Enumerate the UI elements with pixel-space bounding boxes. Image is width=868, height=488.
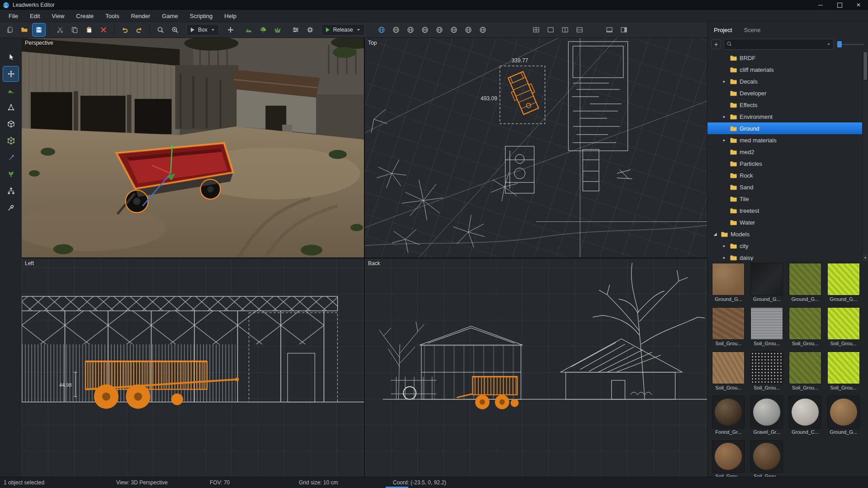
zoom-select-button[interactable]: [169, 23, 181, 36]
open-button[interactable]: [18, 23, 31, 36]
viewport-perspective[interactable]: Perspective: [22, 38, 364, 258]
folder-models[interactable]: ◢Models: [708, 228, 868, 240]
box-tool[interactable]: [3, 117, 19, 131]
shaded-sphere-button-6[interactable]: [448, 23, 460, 36]
slider-thumb[interactable]: [837, 41, 842, 47]
foliage-button[interactable]: [271, 23, 284, 36]
asset-item[interactable]: Gravel_Gr...: [748, 396, 786, 440]
shaded-sphere-button-4[interactable]: [419, 23, 431, 36]
layout-single-button[interactable]: [544, 23, 557, 36]
copy-button[interactable]: [68, 23, 81, 36]
cut-button[interactable]: [54, 23, 66, 36]
shaded-sphere-button-3[interactable]: [404, 23, 417, 36]
menu-item-edit[interactable]: Edit: [24, 10, 46, 22]
undo-button[interactable]: [118, 23, 131, 36]
asset-item[interactable]: Ground_G...: [786, 263, 825, 307]
folder-decals[interactable]: ▸Decals: [708, 75, 868, 87]
primitive-dropdown[interactable]: Box: [186, 24, 219, 36]
folder-particles[interactable]: Particles: [708, 158, 868, 169]
shaded-sphere-button-2[interactable]: [390, 23, 402, 36]
asset-item[interactable]: Soil_Grou...: [709, 441, 748, 478]
picker-tool[interactable]: [3, 200, 19, 215]
collapsed-arrow-icon[interactable]: ▸: [721, 138, 727, 142]
hierarchy-tool[interactable]: [3, 183, 19, 198]
thumbnail-size-slider[interactable]: [836, 40, 864, 49]
collapsed-arrow-icon[interactable]: ▸: [721, 114, 727, 119]
asset-item[interactable]: Soil_Grou...: [748, 308, 786, 351]
tree-scrollbar[interactable]: ▾: [862, 51, 868, 261]
folder-effects[interactable]: Effects: [708, 99, 868, 111]
collapsed-arrow-icon[interactable]: ▸: [721, 244, 727, 248]
shaded-sphere-button-7[interactable]: [462, 23, 475, 36]
menu-item-file[interactable]: File: [3, 10, 24, 22]
shaded-sphere-button-1[interactable]: [375, 23, 388, 36]
asset-item[interactable]: Ground_G...: [824, 263, 863, 307]
layout-rows-button[interactable]: [573, 23, 586, 36]
new-button[interactable]: [4, 23, 16, 36]
select-tool[interactable]: [3, 50, 19, 65]
search-filter-caret-icon[interactable]: [826, 42, 831, 47]
menu-item-scripting[interactable]: Scripting: [184, 10, 219, 22]
collapsed-arrow-icon[interactable]: ▸: [721, 79, 727, 84]
folder-brdf[interactable]: BRDF: [708, 52, 868, 64]
shape-tool[interactable]: [3, 100, 19, 115]
shaded-sphere-button-8[interactable]: [476, 23, 489, 36]
move-tool[interactable]: [3, 66, 19, 81]
tab-project[interactable]: Project: [714, 27, 732, 33]
zoom-button[interactable]: [154, 23, 167, 36]
tree-scrollbar-thumb[interactable]: [863, 52, 867, 80]
asset-item[interactable]: Soil_Grou...: [824, 352, 863, 395]
menu-item-help[interactable]: Help: [218, 10, 242, 22]
layout-right-button[interactable]: [618, 23, 630, 36]
folder-rock[interactable]: Rock: [708, 169, 868, 181]
terrain-button[interactable]: [242, 23, 255, 36]
layout-bottom-button[interactable]: [603, 23, 616, 36]
viewport-top[interactable]: Top: [365, 38, 707, 258]
folder-developer[interactable]: Developer: [708, 87, 868, 99]
asset-item[interactable]: Soil_Grou...: [709, 352, 748, 395]
settings-button[interactable]: [304, 23, 316, 36]
asset-item[interactable]: Ground_G...: [824, 396, 863, 440]
asset-item[interactable]: Forest_Gr...: [709, 396, 748, 440]
asset-item[interactable]: Ground_G...: [709, 263, 748, 307]
tree-scroll-down-icon[interactable]: ▾: [863, 254, 868, 261]
folder-cliff-materials[interactable]: cliff materials: [708, 64, 868, 75]
asset-item[interactable]: Soil_Grou...: [786, 308, 825, 351]
asset-item[interactable]: Soil_Grou...: [748, 441, 786, 478]
redo-button[interactable]: [133, 23, 146, 36]
folder-city[interactable]: ▸city: [708, 240, 868, 252]
asset-item[interactable]: Soil_Grou...: [786, 352, 825, 395]
menu-item-game[interactable]: Game: [156, 10, 184, 22]
folder-environment[interactable]: ▸Environment: [708, 111, 868, 122]
menu-item-view[interactable]: View: [46, 10, 70, 22]
folder-treetest[interactable]: treetest: [708, 205, 868, 216]
vegetation-button[interactable]: [257, 23, 269, 36]
folder-tile[interactable]: Tile: [708, 193, 868, 205]
paint-tool[interactable]: [3, 150, 19, 165]
layout-columns-button[interactable]: [559, 23, 571, 36]
asset-item[interactable]: Ground_C...: [786, 396, 825, 440]
add-button[interactable]: [224, 23, 237, 36]
asset-item[interactable]: Soil_Grou...: [709, 308, 748, 351]
folder-daisy[interactable]: ▸daisy: [708, 252, 868, 261]
folder-ground[interactable]: Ground: [708, 122, 868, 134]
search-input[interactable]: [734, 41, 824, 48]
layout-quad-button[interactable]: [530, 23, 542, 36]
collapsed-arrow-icon[interactable]: ▸: [721, 255, 727, 260]
maximize-button[interactable]: [830, 0, 849, 10]
menu-item-tools[interactable]: Tools: [99, 10, 125, 22]
add-folder-button[interactable]: +: [711, 39, 721, 49]
mesh-tool[interactable]: [3, 133, 19, 148]
asset-item[interactable]: Soil_Grou...: [824, 308, 863, 351]
expanded-arrow-icon[interactable]: ◢: [712, 232, 718, 236]
menu-item-create[interactable]: Create: [70, 10, 99, 22]
options-button[interactable]: [289, 23, 302, 36]
vegetation-tool[interactable]: [3, 167, 19, 182]
folder-sand[interactable]: Sand: [708, 181, 868, 193]
asset-item[interactable]: Ground_G...: [748, 263, 786, 307]
asset-item[interactable]: Soil_Grou...: [748, 352, 786, 395]
paste-button[interactable]: [83, 23, 95, 36]
save-button[interactable]: [33, 23, 45, 36]
viewport-left[interactable]: Left: [22, 258, 364, 478]
folder-water[interactable]: Water: [708, 216, 868, 228]
